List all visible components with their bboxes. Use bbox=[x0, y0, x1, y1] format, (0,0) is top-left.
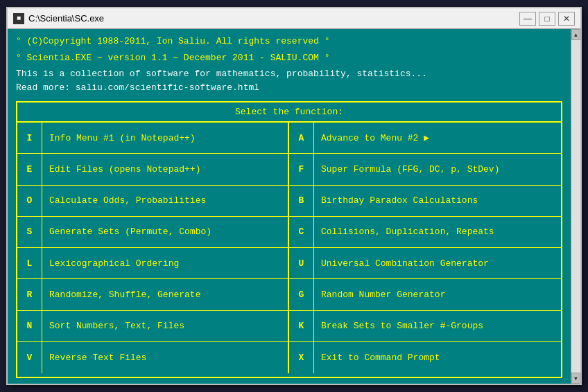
menu-label-F: Super Formula (FFG, DC, p, StDev) bbox=[314, 154, 561, 184]
scroll-thumb[interactable] bbox=[571, 40, 580, 373]
readmore-line4: Read more: saliu.com/scientific-software… bbox=[16, 81, 562, 95]
list-item[interactable]: A Advance to Menu #2 ▶ bbox=[289, 123, 561, 154]
menu-label-K: Break Sets to Smaller #-Groups bbox=[314, 311, 561, 341]
menu-label-B: Birthday Paradox Calculations bbox=[314, 186, 561, 216]
description-line3: This is a collection of software for mat… bbox=[16, 67, 562, 81]
menu-key-F: F bbox=[289, 154, 314, 184]
list-item[interactable]: E Edit Files (opens Notepad++) bbox=[17, 154, 288, 185]
menu-container: Select the function: I Info Menu #1 (in … bbox=[16, 101, 562, 378]
menu-key-U: U bbox=[289, 248, 314, 278]
list-item[interactable]: B Birthday Paradox Calculations bbox=[289, 186, 561, 217]
menu-label-C: Collisions, Duplication, Repeats bbox=[314, 217, 561, 247]
list-item[interactable]: I Info Menu #1 (in Notepad++) bbox=[17, 123, 288, 154]
console-area: ° (C)Copyright 1988-2011, Ion Saliu. All… bbox=[8, 29, 571, 384]
close-button[interactable]: ✕ bbox=[558, 12, 575, 26]
menu-grid: I Info Menu #1 (in Notepad++) E Edit Fil… bbox=[17, 123, 561, 373]
menu-key-X: X bbox=[289, 342, 314, 373]
vertical-scrollbar[interactable]: ▲ ▼ bbox=[571, 29, 580, 384]
menu-label-E: Edit Files (opens Notepad++) bbox=[42, 154, 288, 184]
menu-label-V: Reverse Text Files bbox=[42, 342, 288, 373]
copyright-line1: ° (C)Copyright 1988-2011, Ion Saliu. All… bbox=[16, 35, 562, 48]
menu-key-B: B bbox=[289, 186, 314, 216]
menu-label-G: Random Number Generator bbox=[314, 279, 561, 310]
menu-title: Select the function: bbox=[17, 103, 561, 123]
list-item[interactable]: O Calculate Odds, Probabilities bbox=[17, 186, 288, 217]
list-item[interactable]: N Sort Numbers, Text, Files bbox=[17, 311, 288, 342]
window-title: C:\Scientia\SC.exe bbox=[28, 13, 519, 24]
menu-label-A: Advance to Menu #2 ▶ bbox=[314, 123, 561, 153]
minimize-button[interactable]: — bbox=[519, 12, 536, 26]
list-item[interactable]: K Break Sets to Smaller #-Groups bbox=[289, 311, 561, 342]
menu-right-column: A Advance to Menu #2 ▶ F Super Formula (… bbox=[289, 123, 561, 373]
menu-key-N: N bbox=[17, 311, 42, 341]
menu-label-U: Universal Combination Generator bbox=[314, 248, 561, 278]
menu-label-N: Sort Numbers, Text, Files bbox=[42, 311, 288, 341]
menu-key-G: G bbox=[289, 279, 314, 310]
menu-label-I: Info Menu #1 (in Notepad++) bbox=[42, 123, 288, 153]
list-item[interactable]: V Reverse Text Files bbox=[17, 342, 288, 373]
menu-label-L: Lexicographical Ordering bbox=[42, 248, 288, 278]
list-item[interactable]: G Random Number Generator bbox=[289, 279, 561, 310]
scroll-up-button[interactable]: ▲ bbox=[571, 29, 580, 40]
menu-key-A: A bbox=[289, 123, 314, 153]
list-item[interactable]: F Super Formula (FFG, DC, p, StDev) bbox=[289, 154, 561, 185]
list-item[interactable]: X Exit to Command Prompt bbox=[289, 342, 561, 373]
menu-key-I: I bbox=[17, 123, 42, 153]
title-bar: ■ C:\Scientia\SC.exe — □ ✕ bbox=[8, 8, 580, 29]
main-window: ■ C:\Scientia\SC.exe — □ ✕ ° (C)Copyrigh… bbox=[6, 7, 582, 385]
menu-key-E: E bbox=[17, 154, 42, 184]
list-item[interactable]: C Collisions, Duplication, Repeats bbox=[289, 217, 561, 248]
menu-left-column: I Info Menu #1 (in Notepad++) E Edit Fil… bbox=[17, 123, 289, 373]
menu-key-V: V bbox=[17, 342, 42, 373]
menu-label-S: Generate Sets (Permute, Combo) bbox=[42, 217, 288, 247]
menu-key-S: S bbox=[17, 217, 42, 247]
menu-label-R: Randomize, Shuffle, Generate bbox=[42, 279, 288, 310]
menu-label-X: Exit to Command Prompt bbox=[314, 342, 561, 373]
list-item[interactable]: R Randomize, Shuffle, Generate bbox=[17, 279, 288, 310]
menu-key-L: L bbox=[17, 248, 42, 278]
menu-label-O: Calculate Odds, Probabilities bbox=[42, 186, 288, 216]
menu-key-O: O bbox=[17, 186, 42, 216]
window-icon: ■ bbox=[13, 13, 24, 24]
menu-key-K: K bbox=[289, 311, 314, 341]
copyright-line2: ° Scientia.EXE ~ version 1.1 ~ December … bbox=[16, 51, 562, 65]
menu-key-R: R bbox=[17, 279, 42, 310]
scroll-down-button[interactable]: ▼ bbox=[571, 373, 580, 384]
maximize-button[interactable]: □ bbox=[539, 12, 555, 26]
list-item[interactable]: S Generate Sets (Permute, Combo) bbox=[17, 217, 288, 248]
menu-key-C: C bbox=[289, 217, 314, 247]
window-controls: — □ ✕ bbox=[519, 12, 575, 26]
list-item[interactable]: L Lexicographical Ordering bbox=[17, 248, 288, 279]
list-item[interactable]: U Universal Combination Generator bbox=[289, 248, 561, 279]
